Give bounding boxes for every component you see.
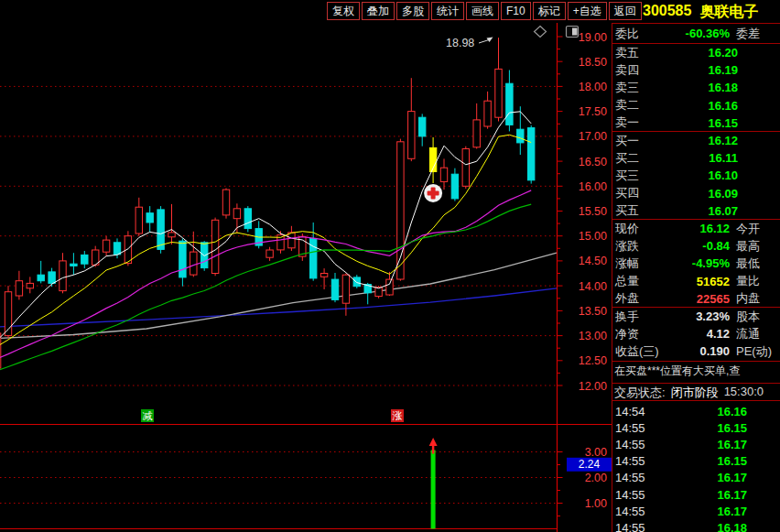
candle-body xyxy=(451,174,458,199)
trade-time: 14:55 xyxy=(615,488,661,502)
bid-row-3[interactable]: 买三16.10 xyxy=(612,167,780,184)
trade-time: 14:55 xyxy=(615,454,661,468)
bid-row-2[interactable]: 买二16.11 xyxy=(612,149,780,167)
stat-value: 22565 xyxy=(657,292,730,306)
news-ticker[interactable]: 在买盘***位置有大买单,查 xyxy=(612,364,780,380)
ask-row-1[interactable]: 卖五16.20 xyxy=(612,44,780,61)
price-axis-label: 18.50 xyxy=(579,56,607,69)
price-axis-label: 18.00 xyxy=(579,81,607,93)
stat-label: 涨幅 xyxy=(615,255,657,272)
toolbar-button-统计[interactable]: 统计 xyxy=(431,2,464,20)
stock-name: 奥联电子 xyxy=(699,3,758,22)
stat-value: 0.190 xyxy=(657,344,730,358)
ask-row-3[interactable]: 卖三16.18 xyxy=(612,79,780,96)
candle-body xyxy=(386,279,393,295)
weibi-value: -60.36% xyxy=(657,27,730,40)
sell-levels: 卖五16.20卖四16.19卖三16.18卖二16.16卖一16.15 xyxy=(612,44,780,132)
panel-divider xyxy=(612,361,780,362)
sub-axis-label: 3.00 xyxy=(585,446,607,459)
trade-time: 14:55 xyxy=(615,505,661,518)
toolbar-button-复权[interactable]: 复权 xyxy=(327,2,360,20)
info-row-2: 净资4.12流通 xyxy=(612,325,780,342)
ask-price: 16.15 xyxy=(657,116,738,130)
quote-stats: 现价16.12今开涨跌-0.84最高涨幅-4.95%最低总量51652量比外盘2… xyxy=(612,220,780,308)
candle-body xyxy=(146,213,153,223)
trade-time: 14:54 xyxy=(615,405,661,418)
toolbar-button-叠加[interactable]: 叠加 xyxy=(362,2,395,20)
panel-divider xyxy=(612,383,780,384)
candle-body xyxy=(201,243,208,268)
trade-row[interactable]: 14:5516.17 xyxy=(612,486,780,503)
trade-row[interactable]: 14:5516.15 xyxy=(612,419,780,436)
trade-time: 14:55 xyxy=(615,421,661,435)
stat-label: 外盘 xyxy=(615,290,657,307)
stat-value: 4.12 xyxy=(657,327,730,341)
toolbar-button-标记[interactable]: 标记 xyxy=(533,2,566,20)
panel-divider xyxy=(612,43,780,44)
candle-body xyxy=(320,274,327,277)
candle-body xyxy=(222,190,229,215)
stat-label-2: 最低 xyxy=(736,255,776,272)
panel-divider xyxy=(612,307,780,308)
bid-row-5[interactable]: 买五16.07 xyxy=(612,202,780,220)
trade-row[interactable]: 14:5516.17 xyxy=(612,436,780,452)
toolbar-button-多股[interactable]: 多股 xyxy=(396,2,429,20)
toolbar-button-+自选[interactable]: +自选 xyxy=(568,2,607,20)
bid-row-1[interactable]: 买一16.12 xyxy=(612,132,780,149)
trade-price: 16.17 xyxy=(661,471,747,484)
candle-body xyxy=(103,240,109,252)
candle-body xyxy=(0,333,1,368)
stat-label-2: 流通 xyxy=(736,326,776,342)
bid-row-4[interactable]: 买四16.09 xyxy=(612,185,780,202)
stat-label: 总量 xyxy=(615,273,657,289)
diamond-tool-icon[interactable] xyxy=(535,27,547,38)
trade-row[interactable]: 14:5516.17 xyxy=(612,470,780,486)
stat-label-2: 内盘 xyxy=(736,290,776,307)
peak-arrow-head xyxy=(487,38,493,43)
ma-long-gray-line xyxy=(0,253,557,338)
price-axis-label: 13.50 xyxy=(579,305,607,318)
toolbar-button-画线[interactable]: 画线 xyxy=(466,2,499,20)
trade-price: 16.17 xyxy=(661,505,747,518)
candle-body xyxy=(211,220,218,273)
panel-divider xyxy=(612,400,780,401)
trade-row[interactable]: 14:5516.17 xyxy=(612,503,780,519)
bid-price: 16.11 xyxy=(657,151,738,165)
ask-row-5[interactable]: 卖一16.15 xyxy=(612,114,780,132)
toolbar-button-F10[interactable]: F10 xyxy=(501,2,531,20)
indicator-arrow-head xyxy=(429,438,438,446)
candle-body xyxy=(288,233,295,248)
tick-trade-list[interactable]: 14:5416.1614:5516.1514:5516.1714:5516.15… xyxy=(612,403,780,532)
main-chart[interactable]: 19.0018.5018.0017.5017.0016.5016.0015.50… xyxy=(0,0,612,532)
candle-body xyxy=(408,112,415,159)
price-axis-label: 12.50 xyxy=(579,354,607,367)
candle-body xyxy=(331,279,338,299)
trading-app-window: 19.0018.5018.0017.5017.0016.5016.0015.50… xyxy=(0,0,780,532)
candle-body xyxy=(179,241,186,277)
candle-body xyxy=(353,277,360,287)
ask-label: 卖二 xyxy=(615,97,657,114)
toolbar-button-返回[interactable]: 返回 xyxy=(609,2,642,20)
trade-row[interactable]: 14:5516.18 xyxy=(612,519,780,532)
bid-label: 买二 xyxy=(615,150,657,167)
quote-row-2: 涨跌-0.84最高 xyxy=(612,237,780,255)
bid-price: 16.09 xyxy=(657,187,738,201)
ask-row-4[interactable]: 卖二16.16 xyxy=(612,97,780,114)
candle-body xyxy=(342,275,349,303)
trade-row[interactable]: 14:5516.15 xyxy=(612,453,780,470)
stat-label: 收益(三) xyxy=(615,343,657,360)
sub-axis-label: 1.00 xyxy=(585,497,607,510)
price-axis-label: 17.00 xyxy=(579,130,607,143)
weibi-label: 委比 xyxy=(615,26,657,42)
candle-body xyxy=(168,233,175,237)
signal-badge-text: 涨 xyxy=(393,410,403,421)
candle-body xyxy=(528,128,535,180)
ask-price: 16.20 xyxy=(657,46,738,60)
bid-label: 买五 xyxy=(615,202,657,219)
trade-price: 16.18 xyxy=(661,521,747,532)
price-axis-label: 17.50 xyxy=(579,105,607,118)
trade-row[interactable]: 14:5416.16 xyxy=(612,403,780,419)
ask-row-2[interactable]: 卖四16.19 xyxy=(612,61,780,79)
stat-value: -4.95% xyxy=(657,256,730,270)
info-row-3: 收益(三)0.190PE(动) xyxy=(612,342,780,360)
